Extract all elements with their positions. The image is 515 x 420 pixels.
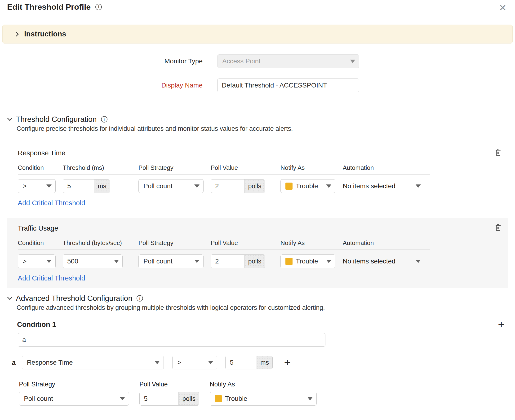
chevron-down-icon bbox=[350, 60, 355, 63]
monitor-type-label: Monitor Type bbox=[0, 58, 203, 65]
attribute-block-response-time: Response Time Condition Threshold (ms) P… bbox=[7, 143, 508, 211]
threshold-input-group: ms bbox=[63, 179, 110, 193]
notify-as-select[interactable]: Trouble bbox=[280, 255, 335, 268]
column-header-condition: Condition bbox=[18, 239, 63, 247]
threshold-unit: ms bbox=[257, 356, 272, 369]
trouble-status-swatch bbox=[285, 183, 292, 190]
attribute-value: Response Time bbox=[27, 359, 73, 366]
trouble-status-swatch bbox=[215, 395, 222, 402]
threshold-input[interactable] bbox=[63, 255, 97, 268]
chevron-down-icon bbox=[120, 397, 125, 400]
notify-as-value: Trouble bbox=[296, 182, 318, 190]
divider bbox=[7, 136, 508, 136]
chevron-down-icon bbox=[46, 184, 52, 188]
page-title: Edit Threshold Profile bbox=[7, 2, 91, 12]
instructions-label: Instructions bbox=[24, 30, 66, 38]
condition-expression-input[interactable] bbox=[18, 333, 325, 347]
poll-value-input-group: polls bbox=[211, 255, 265, 268]
condition-title: Condition 1 bbox=[17, 320, 56, 329]
automation-value: No items selected bbox=[343, 182, 395, 190]
attribute-name: Response Time bbox=[18, 149, 501, 157]
condition-row-label: a bbox=[12, 359, 16, 367]
column-header-poll-strategy: Poll Strategy bbox=[138, 239, 211, 247]
poll-value-unit: polls bbox=[244, 255, 265, 268]
close-icon[interactable]: ✕ bbox=[499, 3, 507, 12]
condition-select[interactable]: > bbox=[18, 179, 56, 193]
poll-strategy-select[interactable]: Poll count bbox=[138, 255, 204, 268]
threshold-config-description: Configure precise thresholds for individ… bbox=[16, 125, 508, 132]
column-header-poll-value: Poll Value bbox=[211, 164, 280, 172]
advanced-config-title: Advanced Threshold Configuration bbox=[16, 294, 132, 303]
instructions-accordion[interactable]: Instructions bbox=[2, 25, 513, 44]
trash-icon[interactable] bbox=[495, 224, 502, 232]
info-icon[interactable] bbox=[95, 4, 102, 10]
poll-strategy-value: Poll count bbox=[24, 395, 53, 403]
trash-icon[interactable] bbox=[495, 148, 502, 156]
chevron-down-icon bbox=[46, 260, 52, 263]
poll-value-input-group: polls bbox=[139, 392, 199, 405]
operator-select[interactable]: > bbox=[172, 356, 217, 369]
chevron-down-icon bbox=[114, 260, 119, 263]
add-critical-threshold-link[interactable]: Add Critical Threshold bbox=[18, 199, 85, 207]
poll-strategy-select[interactable]: Poll count bbox=[19, 392, 129, 405]
threshold-unit: ms bbox=[94, 180, 110, 193]
automation-select[interactable]: No items selected bbox=[343, 257, 421, 265]
column-header-automation: Automation bbox=[343, 164, 430, 172]
poll-value-input[interactable] bbox=[211, 180, 244, 193]
display-name-input[interactable] bbox=[217, 79, 359, 92]
chevron-down-icon bbox=[154, 361, 160, 364]
poll-strategy-label: Poll Strategy bbox=[19, 381, 129, 388]
operator-value: > bbox=[177, 359, 181, 366]
chevron-down-icon[interactable] bbox=[7, 295, 12, 300]
notify-as-select[interactable]: Trouble bbox=[280, 179, 335, 193]
column-header-threshold: Threshold (bytes/sec) bbox=[63, 239, 138, 247]
threshold-input-group: ms bbox=[225, 356, 273, 369]
poll-strategy-select[interactable]: Poll count bbox=[138, 179, 204, 193]
threshold-config-section: Threshold Configuration Configure precis… bbox=[0, 115, 515, 288]
threshold-input[interactable] bbox=[226, 356, 257, 369]
condition-value: > bbox=[23, 182, 26, 190]
poll-value-label: Poll Value bbox=[139, 381, 199, 388]
chevron-down-icon bbox=[194, 260, 200, 263]
monitor-type-select: Access Point bbox=[217, 54, 359, 68]
notify-as-value: Trouble bbox=[296, 257, 318, 265]
column-header-threshold: Threshold (ms) bbox=[63, 164, 138, 172]
chevron-down-icon bbox=[307, 397, 313, 400]
add-attribute-icon[interactable] bbox=[284, 357, 291, 368]
monitor-type-value: Access Point bbox=[222, 58, 261, 65]
info-icon[interactable] bbox=[137, 295, 143, 301]
column-header-poll-strategy: Poll Strategy bbox=[138, 164, 211, 172]
attribute-select[interactable]: Response Time bbox=[22, 356, 164, 369]
notify-as-value: Trouble bbox=[225, 395, 247, 403]
notify-as-select[interactable]: Trouble bbox=[210, 392, 317, 405]
threshold-config-title: Threshold Configuration bbox=[16, 115, 97, 124]
add-critical-threshold-link[interactable]: Add Critical Threshold bbox=[18, 274, 85, 282]
poll-strategy-value: Poll count bbox=[143, 182, 173, 190]
poll-value-input[interactable] bbox=[140, 392, 178, 405]
advanced-config-description: Configure advanced thresholds by groupin… bbox=[16, 304, 508, 311]
trouble-status-swatch bbox=[285, 258, 292, 265]
threshold-input-group bbox=[63, 255, 123, 268]
column-header-automation: Automation bbox=[343, 239, 430, 247]
poll-strategy-value: Poll count bbox=[143, 257, 173, 265]
advanced-config-section: Advanced Threshold Configuration Configu… bbox=[0, 294, 515, 405]
column-header-condition: Condition bbox=[18, 164, 63, 172]
threshold-input[interactable] bbox=[63, 180, 94, 193]
poll-value-input[interactable] bbox=[211, 255, 244, 268]
attribute-name: Traffic Usage bbox=[18, 225, 501, 232]
poll-value-unit: polls bbox=[178, 392, 199, 405]
column-header-poll-value: Poll Value bbox=[211, 239, 280, 247]
condition-select[interactable]: > bbox=[18, 255, 56, 268]
chevron-down-icon bbox=[326, 260, 331, 263]
threshold-unit-select[interactable] bbox=[97, 255, 122, 268]
add-condition-icon[interactable] bbox=[498, 319, 505, 330]
condition-value: > bbox=[23, 257, 26, 265]
automation-select[interactable]: No items selected bbox=[343, 182, 421, 190]
divider bbox=[7, 315, 508, 315]
chevron-down-icon bbox=[415, 184, 421, 188]
chevron-down-icon[interactable] bbox=[7, 116, 12, 121]
info-icon[interactable] bbox=[101, 116, 108, 122]
display-name-label: Display Name bbox=[0, 82, 203, 89]
poll-value-unit: polls bbox=[244, 180, 265, 193]
column-header-notify-as: Notify As bbox=[280, 164, 343, 172]
